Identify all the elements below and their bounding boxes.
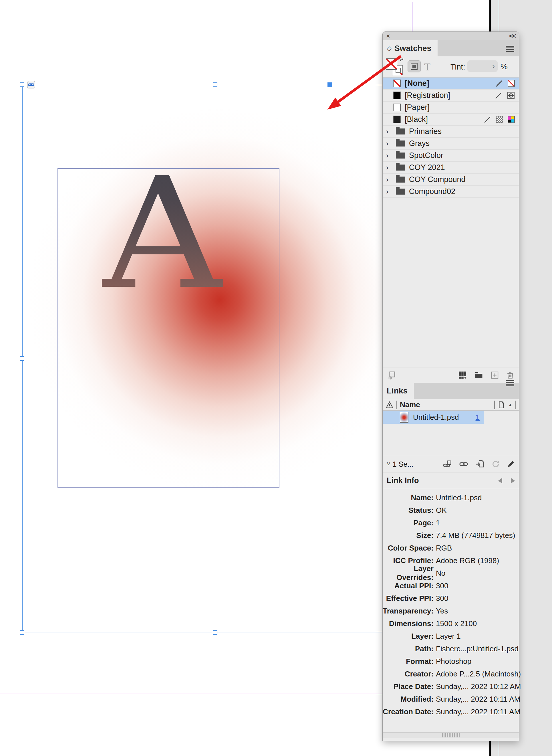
- info-label: Name:: [383, 493, 434, 502]
- swatch-list: [None] [Registration] [Paper]: [383, 78, 519, 367]
- info-value: Photoshop: [434, 657, 471, 666]
- swatch-row-none[interactable]: [None]: [383, 78, 519, 90]
- info-label: Status:: [383, 506, 434, 515]
- collapse-panel-icon[interactable]: <<: [509, 32, 515, 40]
- chevron-right-icon[interactable]: ›: [386, 176, 392, 184]
- black-swatch-chip: [393, 116, 401, 123]
- swatch-name: [Registration]: [405, 91, 491, 100]
- previous-link-icon[interactable]: [498, 478, 502, 484]
- swatch-group-spotcolor[interactable]: › SpotColor: [383, 150, 519, 162]
- new-color-group-button[interactable]: [474, 371, 484, 379]
- swatch-row-paper[interactable]: [Paper]: [383, 102, 519, 114]
- selection-handle-bottom-left[interactable]: [20, 630, 24, 635]
- tint-dropdown[interactable]: ›: [467, 60, 498, 72]
- info-row-effectiveppi: Effective PPI:300: [383, 592, 519, 605]
- panel-resize-grip[interactable]: [442, 733, 460, 737]
- swatch-group-coycompound[interactable]: › COY Compound: [383, 174, 519, 186]
- info-label: Actual PPI:: [383, 582, 434, 590]
- info-value: Sunday,... 2022 10:12 AM: [434, 682, 521, 691]
- update-link-button[interactable]: [492, 460, 500, 469]
- chevron-right-icon[interactable]: ›: [386, 140, 392, 148]
- selection-anchor-solid[interactable]: [327, 83, 332, 87]
- chevron-down-icon[interactable]: ˅: [387, 461, 390, 468]
- chevron-right-icon[interactable]: ›: [386, 164, 392, 172]
- link-thumbnail: [400, 412, 408, 423]
- swap-fill-stroke-icon[interactable]: [399, 57, 405, 63]
- selection-handle-top-left[interactable]: [20, 83, 24, 87]
- info-row-page: Page:1: [383, 516, 519, 529]
- pencil-icon: [507, 460, 515, 468]
- margin-guide-top: [0, 2, 412, 2]
- info-row-layeroverrides: Layer Overrides:No: [383, 567, 519, 580]
- selected-frame-outline[interactable]: [22, 85, 408, 632]
- next-link-icon[interactable]: [511, 478, 515, 484]
- swatch-group-primaries[interactable]: › Primaries: [383, 126, 519, 138]
- column-divider: [515, 401, 516, 409]
- links-tabstrip: Links: [383, 383, 519, 399]
- linked-content-badge[interactable]: [27, 81, 35, 89]
- formatting-affects-text-button[interactable]: T: [422, 61, 432, 73]
- formatting-affects-container-button[interactable]: [408, 60, 421, 73]
- selection-handle-bottom-center[interactable]: [213, 630, 218, 635]
- registration-swatch-chip: [393, 92, 401, 99]
- no-edit-icon: [495, 80, 503, 88]
- tab-links[interactable]: Links: [383, 383, 414, 399]
- group-name: COY Compound: [409, 175, 515, 184]
- tint-chevron-icon: ›: [492, 62, 495, 71]
- swatches-tab-label: Swatches: [394, 44, 431, 53]
- link-button[interactable]: [459, 460, 468, 469]
- selected-count-label: 1 Se...: [393, 460, 413, 469]
- delete-swatch-button[interactable]: [506, 371, 514, 379]
- swatch-kinds-icon: [387, 371, 396, 379]
- swatch-group-compound02[interactable]: › Compound02: [383, 186, 519, 198]
- tab-swatches[interactable]: ◇ Swatches: [383, 40, 438, 56]
- swatch-name: [Black]: [405, 115, 479, 124]
- swatch-views-button[interactable]: [458, 371, 467, 379]
- info-row-creationdate: Creation Date:Sunday,... 2022 10:11 AM: [383, 705, 519, 718]
- panel-cycle-icon[interactable]: ◇: [387, 45, 392, 52]
- chevron-right-icon[interactable]: ›: [386, 152, 392, 160]
- group-name: Primaries: [409, 127, 515, 136]
- new-swatch-button[interactable]: [491, 371, 499, 379]
- link-page-number[interactable]: 1: [475, 413, 479, 422]
- cmyk-icon: [508, 116, 515, 123]
- info-row-path: Path:Fisherc...p:Untitled-1.psd: [383, 642, 519, 655]
- fill-proxy-swatch[interactable]: [386, 58, 397, 70]
- info-value: 300: [434, 594, 448, 603]
- close-icon[interactable]: ×: [386, 33, 390, 39]
- selection-handle-top-center[interactable]: [213, 83, 218, 87]
- show-swatch-kinds-button[interactable]: [387, 371, 396, 379]
- info-label: Creation Date:: [383, 707, 434, 716]
- info-row-status: Status:OK: [383, 504, 519, 516]
- swatch-row-black[interactable]: [Black]: [383, 114, 519, 126]
- edit-original-button[interactable]: [507, 460, 515, 468]
- chevron-right-icon[interactable]: ›: [386, 128, 392, 136]
- info-label: Transparency:: [383, 607, 434, 616]
- info-value: RGB: [434, 544, 452, 552]
- trash-icon: [506, 371, 514, 379]
- swatch-row-registration[interactable]: [Registration]: [383, 90, 519, 102]
- paper-swatch-chip: [393, 104, 401, 111]
- links-list-empty-area: [383, 424, 519, 456]
- panel-menu-icon[interactable]: [506, 380, 514, 381]
- floating-panel-group: × << ◇ Swatches T Tint: › %: [382, 31, 519, 741]
- swatch-group-grays[interactable]: › Grays: [383, 138, 519, 150]
- page-column-icon[interactable]: [498, 401, 505, 409]
- info-value: OK: [434, 506, 447, 515]
- info-value: 7.4 MB (7749817 bytes): [434, 531, 515, 540]
- relink-button[interactable]: [475, 460, 485, 469]
- info-value: Adobe P...2.5 (Macintosh): [434, 669, 521, 678]
- info-label: Modified:: [383, 695, 434, 704]
- folder-icon: [396, 152, 405, 158]
- chevron-right-icon[interactable]: ›: [386, 188, 392, 196]
- name-column-header[interactable]: Name: [400, 400, 420, 409]
- folder-icon: [396, 128, 405, 134]
- group-name: Grays: [409, 139, 515, 148]
- sort-ascending-icon[interactable]: ▲: [508, 402, 513, 407]
- link-info-fields: Name:Untitled-1.psd Status:OK Page:1 Siz…: [383, 489, 519, 718]
- relink-from-cc-button[interactable]: [443, 460, 452, 469]
- selection-handle-left-center[interactable]: [20, 356, 24, 361]
- link-row-selected[interactable]: Untitled-1.psd 1: [383, 411, 484, 424]
- panel-menu-icon[interactable]: [506, 46, 514, 47]
- swatch-group-coy2021[interactable]: › COY 2021: [383, 162, 519, 174]
